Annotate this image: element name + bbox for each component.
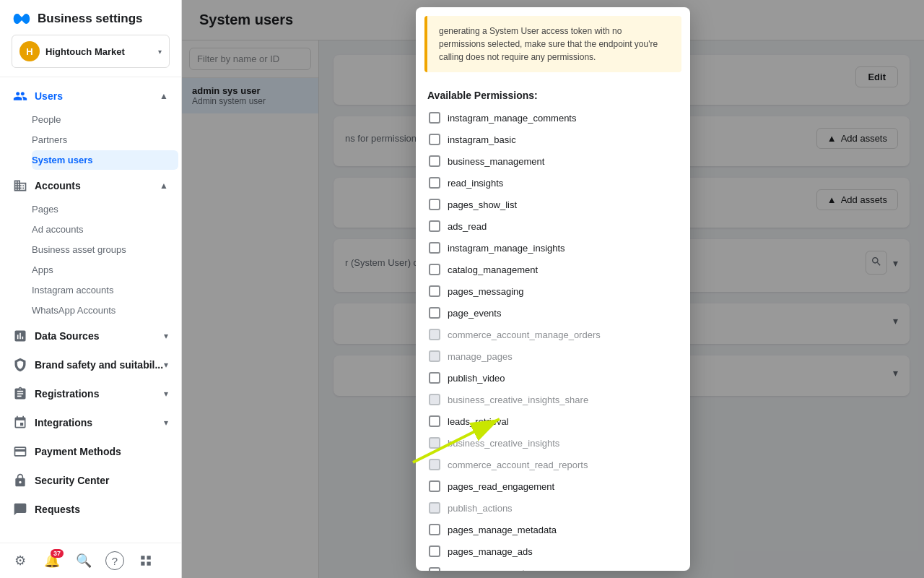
- security-center-label: Security Center: [35, 475, 109, 486]
- sidebar-item-pages[interactable]: Pages: [32, 199, 178, 219]
- permission-checkbox-publish_video[interactable]: [429, 372, 440, 384]
- permission-item-ads_read[interactable]: ads_read: [424, 215, 681, 237]
- users-label: Users: [35, 90, 63, 102]
- permission-label-pages_manage_metadata: pages_manage_metadata: [448, 525, 557, 535]
- accounts-children: Pages Ad accounts Business asset groups …: [0, 199, 181, 320]
- nav-section-requests: Requests: [0, 496, 181, 522]
- permission-item-read_insights[interactable]: read_insights: [424, 172, 681, 194]
- sidebar-item-accounts[interactable]: Accounts ▲: [3, 173, 178, 199]
- permission-item-business_creative_insights[interactable]: business_creative_insights: [424, 432, 681, 454]
- search-button[interactable]: 🔍: [74, 551, 94, 571]
- sidebar-item-ad-accounts[interactable]: Ad accounts: [32, 220, 178, 239]
- permission-checkbox-page_events[interactable]: [429, 307, 440, 319]
- permission-checkbox-read_insights[interactable]: [429, 177, 440, 189]
- permission-item-publish_video[interactable]: publish_video: [424, 367, 681, 389]
- permission-item-pages_show_list[interactable]: pages_show_list: [424, 194, 681, 215]
- sidebar-item-payment-methods[interactable]: Payment Methods: [3, 439, 178, 465]
- permission-checkbox-pages_manage_metadata[interactable]: [429, 524, 440, 535]
- permission-item-pages_messaging[interactable]: pages_messaging: [424, 280, 681, 302]
- permission-checkbox-pages_read_engagement[interactable]: [429, 480, 440, 492]
- modal-section-title: Available Permissions:: [416, 81, 690, 107]
- sidebar-item-instagram-accounts[interactable]: Instagram accounts: [32, 280, 178, 300]
- permission-item-pages_manage_cta[interactable]: pages_manage_cta: [424, 562, 681, 571]
- permission-checkbox-pages_messaging[interactable]: [429, 285, 440, 297]
- permission-checkbox-manage_pages[interactable]: [429, 350, 440, 362]
- sidebar-item-registrations[interactable]: Registrations ▾: [3, 381, 178, 407]
- permission-item-pages_manage_ads[interactable]: pages_manage_ads: [424, 540, 681, 562]
- sidebar-item-system-users[interactable]: System users: [32, 150, 178, 170]
- nav-section-brand-safety: Brand safety and suitabil... ▾: [0, 352, 181, 378]
- permission-item-publish_actions[interactable]: publish_actions: [424, 497, 681, 519]
- permission-checkbox-business_creative_insights[interactable]: [429, 437, 440, 449]
- sidebar-item-people[interactable]: People: [32, 110, 178, 129]
- registrations-chevron-icon: ▾: [164, 389, 168, 399]
- sidebar-item-business-asset-groups[interactable]: Business asset groups: [32, 240, 178, 259]
- permission-label-read_insights: read_insights: [448, 178, 503, 189]
- permission-list: instagram_manage_commentsinstagram_basic…: [416, 107, 690, 571]
- sidebar-footer: ⚙ 🔔 37 🔍 ?: [0, 543, 181, 578]
- permission-checkbox-pages_manage_ads[interactable]: [429, 545, 440, 557]
- permission-label-pages_show_list: pages_show_list: [448, 199, 517, 210]
- permission-item-catalog_management[interactable]: catalog_management: [424, 259, 681, 280]
- sidebar-item-data-sources[interactable]: Data Sources ▾: [3, 323, 178, 349]
- permission-checkbox-business_creative_insights_share[interactable]: [429, 394, 440, 405]
- permission-label-catalog_management: catalog_management: [448, 264, 538, 275]
- permission-label-publish_video: publish_video: [448, 373, 505, 384]
- permission-checkbox-pages_show_list[interactable]: [429, 199, 440, 210]
- sidebar-item-partners[interactable]: Partners: [32, 130, 178, 150]
- permission-checkbox-ads_read[interactable]: [429, 220, 440, 232]
- sidebar-header: Business settings H Hightouch Market ▾: [0, 0, 181, 77]
- permission-label-business_creative_insights: business_creative_insights: [448, 438, 559, 449]
- permission-checkbox-commerce_account_read_reports[interactable]: [429, 459, 440, 470]
- permission-checkbox-instagram_basic[interactable]: [429, 134, 440, 145]
- permission-checkbox-publish_actions[interactable]: [429, 502, 440, 514]
- permission-checkbox-commerce_account_manage_orders[interactable]: [429, 329, 440, 340]
- sidebar-item-brand-safety[interactable]: Brand safety and suitabil... ▾: [3, 352, 178, 378]
- users-icon: [13, 89, 27, 103]
- sidebar-item-requests[interactable]: Requests: [3, 496, 178, 522]
- sidebar-item-whatsapp-accounts[interactable]: WhatsApp Accounts: [32, 301, 178, 320]
- sidebar-item-apps[interactable]: Apps: [32, 260, 178, 280]
- integrations-icon: [13, 415, 27, 430]
- settings-button[interactable]: ⚙: [10, 551, 30, 571]
- permission-checkbox-catalog_management[interactable]: [429, 264, 440, 275]
- permission-item-pages_manage_metadata[interactable]: pages_manage_metadata: [424, 519, 681, 540]
- sidebar: Business settings H Hightouch Market ▾ U…: [0, 0, 182, 578]
- sidebar-item-security-center[interactable]: Security Center: [3, 467, 178, 493]
- permission-item-commerce_account_read_reports[interactable]: commerce_account_read_reports: [424, 454, 681, 475]
- permission-item-commerce_account_manage_orders[interactable]: commerce_account_manage_orders: [424, 324, 681, 345]
- permission-label-commerce_account_read_reports: commerce_account_read_reports: [448, 460, 588, 470]
- notifications-button[interactable]: 🔔 37: [42, 551, 62, 571]
- permission-item-page_events[interactable]: page_events: [424, 302, 681, 324]
- permission-checkbox-instagram_manage_comments[interactable]: [429, 112, 440, 124]
- sidebar-item-users[interactable]: Users ▲: [3, 83, 178, 109]
- help-button[interactable]: ?: [105, 551, 124, 570]
- permission-item-business_management[interactable]: business_management: [424, 150, 681, 172]
- nav-section-payment-methods: Payment Methods: [0, 439, 181, 465]
- permission-item-leads_retrieval[interactable]: leads_retrieval: [424, 410, 681, 432]
- permission-checkbox-business_management[interactable]: [429, 155, 440, 167]
- permission-label-pages_read_engagement: pages_read_engagement: [448, 481, 554, 492]
- permission-label-instagram_manage_comments: instagram_manage_comments: [448, 113, 576, 124]
- account-selector[interactable]: H Hightouch Market ▾: [12, 35, 170, 68]
- permission-label-instagram_basic: instagram_basic: [448, 134, 516, 145]
- permission-checkbox-instagram_manage_insights[interactable]: [429, 242, 440, 254]
- grid-button[interactable]: [136, 551, 156, 571]
- integrations-chevron-icon: ▾: [164, 418, 168, 428]
- notification-badge: 37: [51, 549, 64, 558]
- modal-warning-text: generating a System User access token wi…: [439, 26, 658, 62]
- permission-checkbox-leads_retrieval[interactable]: [429, 415, 440, 427]
- app-title: Business settings: [38, 12, 143, 26]
- meta-logo: Business settings: [12, 9, 170, 29]
- permission-item-instagram_manage_insights[interactable]: instagram_manage_insights: [424, 237, 681, 259]
- permission-label-business_creative_insights_share: business_creative_insights_share: [448, 394, 588, 405]
- nav-section-data-sources: Data Sources ▾: [0, 323, 181, 349]
- permission-item-instagram_basic[interactable]: instagram_basic: [424, 129, 681, 150]
- sidebar-item-integrations[interactable]: Integrations ▾: [3, 410, 178, 436]
- permission-item-instagram_manage_comments[interactable]: instagram_manage_comments: [424, 107, 681, 129]
- permission-item-business_creative_insights_share[interactable]: business_creative_insights_share: [424, 389, 681, 410]
- permission-label-page_events: page_events: [448, 308, 501, 319]
- permission-checkbox-pages_manage_cta[interactable]: [429, 567, 440, 571]
- permission-item-manage_pages[interactable]: manage_pages: [424, 345, 681, 367]
- permission-item-pages_read_engagement[interactable]: pages_read_engagement: [424, 475, 681, 497]
